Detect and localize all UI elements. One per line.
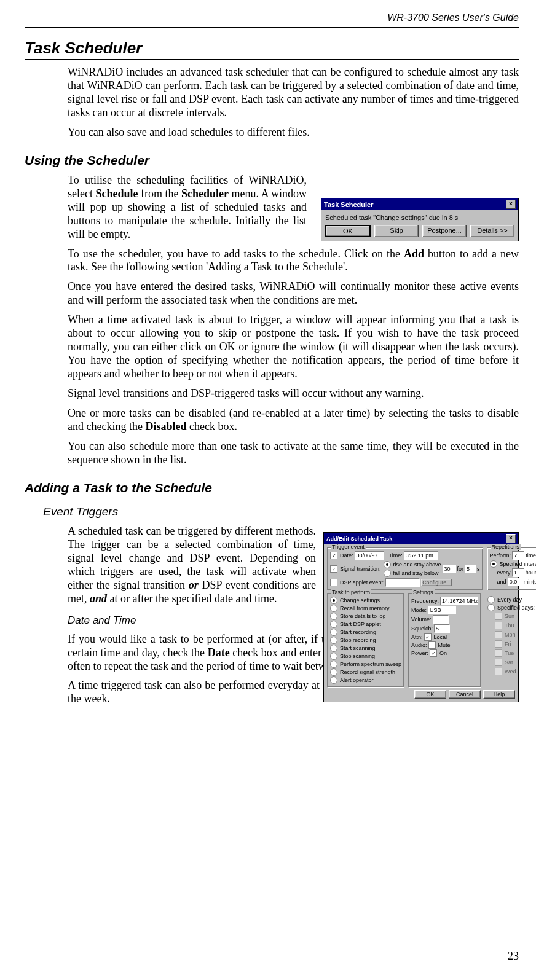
group-title: Settings bbox=[412, 589, 435, 595]
day-option[interactable]: Sat bbox=[495, 659, 518, 666]
day-checkbox[interactable] bbox=[495, 622, 502, 629]
day-label: Sun bbox=[505, 613, 514, 619]
task-radio[interactable] bbox=[330, 597, 337, 604]
and-label: and bbox=[497, 579, 506, 585]
bold-add: Add bbox=[404, 248, 424, 260]
power-label: Power: bbox=[411, 650, 428, 656]
attn-label: Attn: bbox=[411, 634, 423, 640]
spec-days-radio[interactable] bbox=[487, 604, 495, 611]
fall-radio[interactable] bbox=[384, 570, 391, 577]
volume-input[interactable] bbox=[433, 615, 449, 624]
skip-button[interactable]: Skip bbox=[374, 225, 419, 237]
task-option[interactable]: Recall from memory bbox=[330, 605, 401, 612]
every-day-radio[interactable] bbox=[487, 596, 495, 603]
time-input[interactable]: 3:52:11 pm bbox=[404, 551, 438, 560]
close-icon[interactable]: × bbox=[506, 200, 516, 209]
task-option[interactable]: Start recording bbox=[330, 629, 401, 636]
day-checkbox[interactable] bbox=[495, 640, 502, 648]
task-radio[interactable] bbox=[330, 668, 337, 676]
task-radio[interactable] bbox=[330, 661, 337, 668]
signal-checkbox[interactable]: ✓ bbox=[330, 565, 337, 573]
para-triggers: A scheduled task can be triggered by dif… bbox=[68, 525, 316, 606]
mode-select[interactable]: USB bbox=[428, 606, 456, 614]
task-label: Record signal strength bbox=[340, 669, 395, 675]
volume-label: Volume: bbox=[411, 616, 432, 622]
task-radio[interactable] bbox=[330, 605, 337, 612]
audio-mute-checkbox[interactable] bbox=[428, 641, 436, 649]
rise-radio[interactable] bbox=[384, 561, 391, 568]
bold-disabled: Disabled bbox=[145, 420, 186, 433]
freq-input[interactable]: 14.16724 MHz bbox=[440, 597, 478, 605]
task-option[interactable]: Perform spectrum sweep bbox=[330, 661, 401, 668]
task-option[interactable]: Alert operator bbox=[330, 676, 401, 684]
ok-button[interactable]: OK bbox=[325, 225, 371, 237]
squelch-input[interactable]: 5 bbox=[434, 624, 450, 633]
date-input[interactable]: 30/06/97 bbox=[355, 551, 384, 560]
task-option[interactable]: Stop scanning bbox=[330, 653, 401, 660]
bold-schedule: Schedule bbox=[95, 187, 138, 200]
ok-button[interactable]: OK bbox=[414, 690, 446, 699]
every-hours-input[interactable]: 1 bbox=[512, 568, 524, 577]
day-checkbox[interactable] bbox=[495, 668, 502, 675]
task-radio[interactable] bbox=[330, 637, 337, 644]
para-intro-2: You can also save and load schedules to … bbox=[68, 126, 519, 139]
date-checkbox[interactable]: ✓ bbox=[330, 552, 337, 559]
close-icon[interactable]: × bbox=[506, 534, 516, 543]
task-option[interactable]: Start scanning bbox=[330, 645, 401, 652]
for-label: for bbox=[457, 566, 464, 572]
help-button[interactable]: Help bbox=[483, 690, 515, 699]
dsp-input[interactable] bbox=[385, 578, 420, 587]
dsp-checkbox[interactable] bbox=[330, 579, 337, 586]
day-checkbox[interactable] bbox=[495, 659, 502, 666]
task-label: Start DSP applet bbox=[340, 621, 381, 627]
heading-adding-task: Adding a Task to the Schedule bbox=[25, 480, 519, 495]
perform-input[interactable]: 7 bbox=[512, 551, 524, 560]
configure-button[interactable]: Configure... bbox=[421, 579, 452, 586]
day-option[interactable]: Sun bbox=[495, 613, 518, 620]
task-label: Recall from memory bbox=[340, 605, 390, 611]
task-option[interactable]: Store details to log bbox=[330, 613, 401, 620]
heading-task-scheduler: Task Scheduler bbox=[25, 39, 519, 60]
day-option[interactable]: Thu bbox=[495, 622, 518, 629]
day-option[interactable]: Wed bbox=[495, 668, 518, 675]
day-option[interactable]: Mon bbox=[495, 631, 518, 638]
attn-local-checkbox[interactable]: ✓ bbox=[424, 633, 432, 641]
task-radio[interactable] bbox=[330, 621, 337, 628]
squelch-label: Squelch: bbox=[411, 625, 433, 632]
task-label: Alert operator bbox=[340, 677, 374, 683]
task-label: Store details to log bbox=[340, 613, 386, 619]
page-number: 23 bbox=[508, 950, 519, 963]
task-radio[interactable] bbox=[330, 629, 337, 636]
dialog-message: Scheduled task "Change settings" due in … bbox=[325, 214, 514, 221]
task-option[interactable]: Stop recording bbox=[330, 637, 401, 644]
task-option[interactable]: Start DSP applet bbox=[330, 621, 401, 628]
task-option[interactable]: Change settings bbox=[330, 597, 401, 604]
add-edit-task-dialog: Add/Edit Scheduled Task × Trigger event … bbox=[323, 532, 519, 702]
postpone-button[interactable]: Postpone... bbox=[422, 225, 467, 237]
spec-intervals-radio[interactable] bbox=[490, 560, 497, 568]
task-label: Start scanning bbox=[340, 645, 376, 651]
for-input[interactable]: 5 bbox=[465, 565, 476, 573]
cancel-button[interactable]: Cancel bbox=[449, 690, 481, 699]
task-radio[interactable] bbox=[330, 645, 337, 652]
dialog-body: Trigger event ✓ Date: 30/06/97 Time: 3:5… bbox=[324, 544, 518, 702]
task-radio[interactable] bbox=[330, 653, 337, 660]
task-radio[interactable] bbox=[330, 676, 337, 684]
task-option[interactable]: Record signal strength bbox=[330, 668, 401, 676]
day-option[interactable]: Tue bbox=[495, 649, 518, 657]
and-mins-input[interactable]: 0.0 bbox=[508, 578, 522, 586]
day-option[interactable]: Fri bbox=[495, 640, 518, 648]
dialog-titlebar[interactable]: Task Scheduler × bbox=[321, 198, 518, 210]
dialog-titlebar[interactable]: Add/Edit Scheduled Task × bbox=[324, 533, 518, 544]
day-checkbox[interactable] bbox=[495, 631, 502, 638]
day-checkbox[interactable] bbox=[495, 649, 502, 657]
threshold-input[interactable]: 30 bbox=[443, 565, 456, 573]
day-label: Tue bbox=[505, 650, 514, 656]
times-label: time(s) bbox=[526, 552, 536, 559]
bold-date: Date bbox=[208, 646, 230, 659]
power-on-checkbox[interactable]: ✓ bbox=[430, 649, 437, 657]
day-checkbox[interactable] bbox=[495, 613, 502, 620]
dsp-label: DSP applet event: bbox=[340, 579, 384, 586]
task-radio[interactable] bbox=[330, 613, 337, 620]
details-button[interactable]: Details >> bbox=[470, 225, 514, 237]
